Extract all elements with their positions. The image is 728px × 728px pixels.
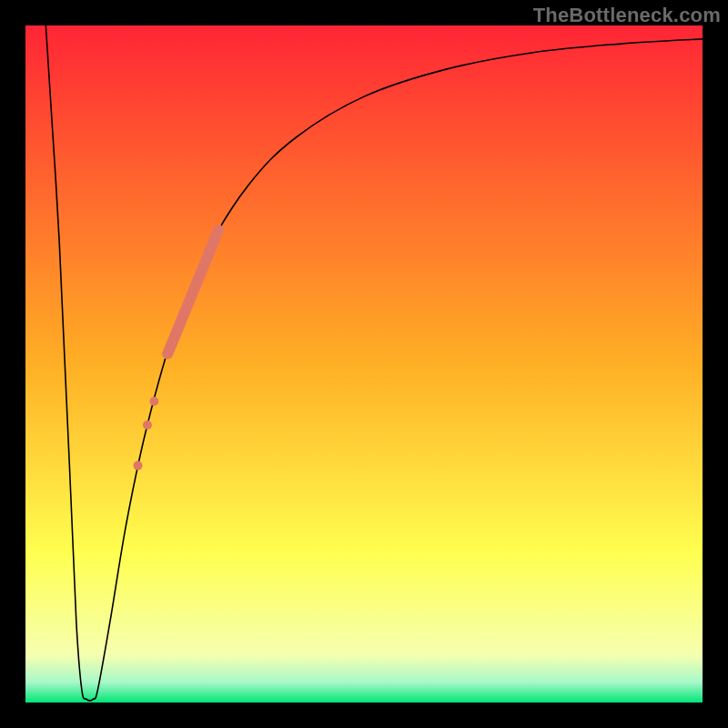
highlight-dot xyxy=(143,420,152,430)
chart-container: TheBottleneck.com xyxy=(0,0,728,728)
bottleneck-chart xyxy=(0,0,728,728)
highlight-dot xyxy=(149,397,158,406)
highlight-dot xyxy=(134,461,143,470)
watermark-text: TheBottleneck.com xyxy=(533,4,721,27)
plot-background xyxy=(25,25,703,703)
